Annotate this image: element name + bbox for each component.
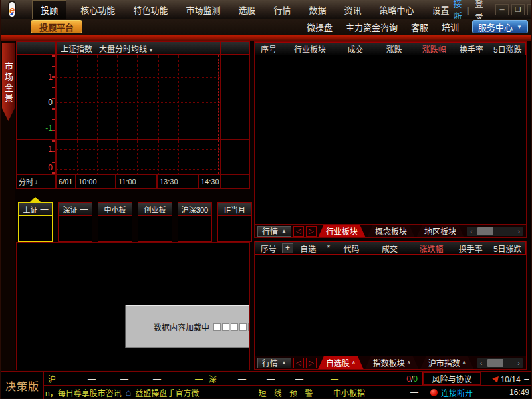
close-button[interactable]: ✕	[527, 4, 532, 15]
col-seq[interactable]: 序号	[255, 243, 282, 254]
main-menu: 投顾 核心功能 特色功能 市场监测 选股 行情 数据 资讯 策略中心 设置	[32, 0, 453, 19]
tab-prev-button[interactable]: ◁	[293, 358, 304, 368]
menu-item-quotes[interactable]: 行情	[269, 1, 295, 19]
menu-item-stock-pick[interactable]: 选股	[234, 1, 259, 19]
col-star[interactable]: *	[323, 243, 334, 253]
service-center-button[interactable]: 服务中心 ▼	[472, 20, 528, 33]
tab-prev-button[interactable]: ◁	[293, 226, 304, 237]
quotes-menu-button[interactable]: 行情 ▲	[257, 358, 291, 368]
tab-sh-index[interactable]: 沪市指数 ∧	[420, 356, 474, 370]
scrollbar-thumb[interactable]	[477, 227, 493, 235]
menu-item-data[interactable]: 数据	[305, 1, 330, 19]
menu-item-news[interactable]: 资讯	[340, 1, 365, 19]
count-down: 0	[413, 374, 418, 384]
index-box-shanghai[interactable]: 上证 —	[18, 202, 53, 242]
watchlist-table-body[interactable]	[255, 255, 526, 356]
connection-segment[interactable]: 连接断开	[422, 386, 481, 399]
maximize-button[interactable]: ❐	[511, 4, 525, 15]
chart-y-axis-sub: 1 0	[16, 140, 56, 174]
add-stock-button[interactable]: +	[282, 243, 294, 253]
col-seq[interactable]: 序号	[255, 43, 282, 55]
menu-item-strategy[interactable]: 策略中心	[375, 1, 418, 19]
clock-segment: 16:49	[481, 386, 532, 399]
sidebar-tab-market-panorama[interactable]: 市场全景	[2, 43, 15, 121]
sme-index-name: 中小板指	[333, 387, 365, 398]
customer-service-link[interactable]: 客服	[411, 21, 428, 33]
scroll-left-icon[interactable]: ‹	[467, 227, 476, 235]
col-volume[interactable]: 成交	[338, 43, 373, 55]
index-box-label: IF当月	[224, 204, 245, 215]
menu-item-features[interactable]: 特色功能	[129, 1, 172, 19]
index-box-label: 上证	[23, 204, 38, 215]
platform-button[interactable]: 投顾平台	[31, 20, 82, 33]
app-window: e 投顾 核心功能 特色功能 市场监测 选股 行情 数据 资讯 策略中心 设置 …	[0, 0, 532, 399]
col-watch[interactable]: 自选	[293, 243, 323, 254]
index-box-chinext[interactable]: 创业板	[138, 202, 172, 242]
chart-sub-grid[interactable]	[56, 140, 221, 174]
sz-value: —	[238, 374, 245, 384]
tab-region-sector[interactable]: 地区板块	[416, 225, 464, 238]
sh-market-label: 沪	[48, 373, 56, 384]
tab-next-button[interactable]: ▷	[306, 226, 317, 237]
col-code[interactable]: 代码	[334, 243, 368, 254]
col-5day[interactable]: 5日涨跌	[490, 43, 525, 55]
time-axis-right-cell	[221, 174, 250, 189]
announcement-horn-icon[interactable]	[492, 376, 499, 382]
chart-main-grid[interactable]	[56, 55, 221, 140]
tab-scrollbar[interactable]: ‹ ›	[467, 227, 523, 236]
news-marquee[interactable]: n，每日尊享股市咨讯 ⌂ 益盟操盘手官方微	[44, 386, 245, 399]
divider: |	[467, 5, 469, 15]
micro-trade-link[interactable]: 微操盘	[307, 21, 332, 33]
chart-mode-select[interactable]: 大盘分时均线▼	[99, 43, 154, 54]
chart-header: 上证指数 大盘分时均线▼	[16, 41, 250, 55]
time-tick: 6/01	[56, 174, 76, 189]
sector-table-body[interactable]	[255, 55, 526, 224]
tab-watchlist[interactable]: 自选股 ∧	[318, 356, 364, 370]
index-box-sme[interactable]: 中小板	[98, 202, 132, 242]
scrollbar-thumb[interactable]	[487, 359, 503, 367]
menu-item-core[interactable]: 核心功能	[76, 1, 119, 19]
axis-ticks	[52, 55, 55, 139]
index-box-hs300[interactable]: 沪深300	[178, 202, 212, 242]
quotes-menu-button[interactable]: 行情 ▲	[257, 226, 291, 237]
quotes-label: 行情	[262, 357, 278, 368]
scroll-right-icon[interactable]: ›	[514, 227, 523, 235]
chart-header-left-cell	[16, 41, 56, 55]
minimize-button[interactable]: ─	[495, 4, 509, 15]
period-selector[interactable]: 分时 ↓	[16, 174, 56, 189]
app-logo-icon: e	[9, 2, 15, 17]
sh-value: —	[88, 374, 95, 384]
training-link[interactable]: 培训	[442, 21, 459, 33]
tab-scrollbar[interactable]: ‹ ›	[477, 358, 523, 368]
sector-table-panel: 序号 行业板块 成交 涨跌 涨跌幅 换手率 5日涨跌 行情 ▲ ◁ ▷ 行业板块…	[254, 41, 527, 238]
scroll-right-icon[interactable]: ›	[514, 359, 523, 367]
short-line-alert-button[interactable]: 短 线 预 警	[245, 386, 329, 399]
menu-item-touguu[interactable]: 投顾	[32, 0, 66, 19]
chart-title-cell[interactable]: 上证指数 大盘分时均线▼	[56, 41, 221, 55]
tab-index-sector[interactable]: 指数板块 ∧	[365, 356, 419, 370]
service-center-label: 服务中心	[478, 21, 513, 33]
scroll-left-icon[interactable]: ‹	[477, 359, 486, 367]
col-change-pct[interactable]: 涨跌幅	[411, 243, 452, 254]
menu-item-settings[interactable]: 设置	[428, 1, 453, 19]
index-box-shenzhen[interactable]: 深证 —	[58, 202, 92, 242]
main-funds-link[interactable]: 主力资金咨询	[346, 21, 398, 33]
col-volume[interactable]: 成交	[368, 243, 410, 254]
index-box-if-futures[interactable]: IF当月	[217, 202, 252, 242]
tab-next-button[interactable]: ▷	[306, 358, 317, 368]
risk-agreement-link[interactable]: 风险与协议	[422, 372, 481, 385]
col-change-pct[interactable]: 涨跌幅	[415, 43, 453, 55]
arrow-down-icon: ↓	[35, 178, 38, 186]
col-change[interactable]: 涨跌	[373, 43, 415, 55]
index-quick-boxes: 上证 — 深证 — 中小板 创业板 沪深300 IF当月	[18, 197, 252, 243]
bottom-left-panel: 数据内容加载中	[16, 242, 250, 370]
col-turnover[interactable]: 换手率	[452, 243, 489, 254]
col-turnover[interactable]: 换手率	[453, 43, 489, 55]
toolbar-right: 微操盘 主力资金咨询 客服 培训 服务中心 ▼	[307, 20, 532, 33]
col-sector[interactable]: 行业板块	[282, 43, 338, 55]
tab-concept-sector[interactable]: 概念板块	[367, 225, 415, 238]
tab-industry-sector[interactable]: 行业板块	[318, 225, 366, 238]
col-5day[interactable]: 5日涨跌	[490, 243, 525, 254]
menu-item-market-monitor[interactable]: 市场监测	[182, 1, 224, 19]
sme-index-segment[interactable]: 中小板指 —	[329, 386, 422, 399]
